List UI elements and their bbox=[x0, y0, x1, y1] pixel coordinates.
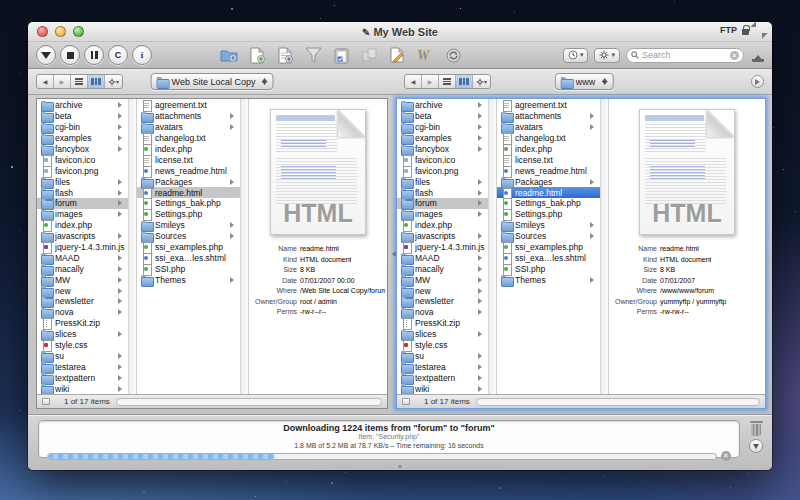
folder-row[interactable]: nova bbox=[37, 307, 128, 318]
folder-row[interactable]: cgi-bin bbox=[397, 122, 488, 133]
folder-row[interactable]: attachments bbox=[497, 111, 600, 122]
folder-row[interactable]: attachments bbox=[137, 111, 240, 122]
list-view-button[interactable] bbox=[439, 75, 456, 88]
file-row[interactable]: news_readme.html bbox=[497, 165, 600, 176]
connect-play-button[interactable] bbox=[751, 75, 764, 88]
file-row[interactable]: style.css bbox=[37, 340, 128, 351]
folder-row[interactable]: macally bbox=[397, 263, 488, 274]
file-row[interactable]: SSI.php bbox=[137, 263, 240, 274]
file-row[interactable]: favicon.ico bbox=[37, 154, 128, 165]
file-row[interactable]: readme.html bbox=[497, 187, 600, 198]
folder-row[interactable]: wiki bbox=[397, 383, 488, 394]
file-row[interactable]: jquery-1.4.3.min.js bbox=[397, 242, 488, 253]
folder-row[interactable]: forum bbox=[397, 198, 488, 209]
scrollbar[interactable] bbox=[488, 99, 496, 394]
local-path-popup[interactable]: Web Site Local Copy bbox=[151, 73, 274, 90]
remote-path-popup[interactable]: www bbox=[555, 73, 614, 90]
info-button[interactable]: i bbox=[132, 45, 152, 65]
sync-button[interactable] bbox=[444, 46, 462, 64]
folder-row[interactable]: su bbox=[397, 350, 488, 361]
folder-row[interactable]: beta bbox=[37, 111, 128, 122]
folder-row[interactable]: MW bbox=[37, 274, 128, 285]
folder-row[interactable]: forum bbox=[37, 198, 128, 209]
file-row[interactable]: style.css bbox=[397, 340, 488, 351]
file-row[interactable]: SSI.php bbox=[497, 263, 600, 274]
trash-icon[interactable] bbox=[750, 421, 763, 436]
folder-row[interactable]: textpattern bbox=[37, 372, 128, 383]
folder-row[interactable]: slices bbox=[397, 329, 488, 340]
folder-row[interactable]: flash bbox=[37, 187, 128, 198]
column-view-button[interactable] bbox=[456, 75, 473, 88]
refresh-button[interactable]: C bbox=[108, 45, 128, 65]
folder-row[interactable]: files bbox=[37, 176, 128, 187]
folder-row[interactable]: fancybox bbox=[397, 144, 488, 155]
file-row[interactable]: news_readme.html bbox=[137, 165, 240, 176]
folder-row[interactable]: MAAD bbox=[397, 252, 488, 263]
file-row[interactable]: changelog.txt bbox=[137, 133, 240, 144]
file-row[interactable]: favicon.png bbox=[397, 165, 488, 176]
transfer-direction-button[interactable] bbox=[749, 439, 763, 453]
transfer-go-button[interactable] bbox=[36, 45, 56, 65]
actions-gear-button[interactable]: ▾ bbox=[594, 48, 620, 63]
clear-search-icon[interactable]: ✕ bbox=[730, 51, 739, 60]
title-bar[interactable]: ✎My Web Site FTP bbox=[28, 22, 772, 42]
folder-row[interactable]: Packages bbox=[137, 176, 240, 187]
file-row[interactable]: PressKit.zip bbox=[397, 318, 488, 329]
file-row[interactable]: changelog.txt bbox=[497, 133, 600, 144]
folder-row[interactable]: newsletter bbox=[37, 296, 128, 307]
folder-row[interactable]: new bbox=[37, 285, 128, 296]
filter-funnel-icon[interactable] bbox=[304, 46, 322, 64]
scrollbar[interactable] bbox=[600, 99, 608, 394]
file-row[interactable]: license.txt bbox=[137, 154, 240, 165]
file-row[interactable]: readme.html bbox=[137, 187, 240, 198]
file-row[interactable]: index.php bbox=[497, 144, 600, 155]
duplicate-file-button[interactable] bbox=[276, 46, 294, 64]
folder-row[interactable]: new bbox=[397, 285, 488, 296]
search-field[interactable]: ✕ bbox=[626, 48, 744, 63]
file-row[interactable]: ssi_exa…les.shtml bbox=[137, 252, 240, 263]
tasks-clipboard-button[interactable] bbox=[332, 46, 350, 64]
folder-row[interactable]: Smileys bbox=[137, 220, 240, 231]
forward-button[interactable]: ▶ bbox=[422, 75, 439, 88]
file-row[interactable]: Settings.php bbox=[137, 209, 240, 220]
action-gear-button[interactable]: ▾ bbox=[473, 75, 490, 88]
file-row[interactable]: Settings.php bbox=[497, 209, 600, 220]
folder-row[interactable]: su bbox=[37, 350, 128, 361]
folder-row[interactable]: Packages bbox=[497, 176, 600, 187]
mirror-button[interactable] bbox=[360, 46, 378, 64]
file-row[interactable]: favicon.png bbox=[37, 165, 128, 176]
new-folder-button[interactable] bbox=[220, 46, 238, 64]
folder-row[interactable]: archive bbox=[397, 100, 488, 111]
file-row[interactable]: license.txt bbox=[497, 154, 600, 165]
new-file-button[interactable] bbox=[248, 46, 266, 64]
pause-button[interactable] bbox=[84, 45, 104, 65]
horizontal-scrollbar[interactable] bbox=[116, 398, 382, 406]
stop-button[interactable] bbox=[60, 45, 80, 65]
file-row[interactable]: index.php bbox=[397, 220, 488, 231]
folder-row[interactable]: javascripts bbox=[397, 231, 488, 242]
folder-row[interactable]: textpattern bbox=[397, 372, 488, 383]
scrollbar[interactable] bbox=[128, 99, 136, 394]
folder-row[interactable]: archive bbox=[37, 100, 128, 111]
file-row[interactable]: jquery-1.4.3.min.js bbox=[37, 242, 128, 253]
folder-row[interactable]: javascripts bbox=[37, 231, 128, 242]
folder-row[interactable]: examples bbox=[37, 133, 128, 144]
history-clock-button[interactable]: ▾ bbox=[563, 48, 589, 63]
folder-row[interactable]: beta bbox=[397, 111, 488, 122]
file-row[interactable]: ssi_examples.php bbox=[137, 242, 240, 253]
forward-button[interactable]: ▶ bbox=[54, 75, 71, 88]
tray-resize-handle[interactable] bbox=[398, 465, 402, 468]
file-row[interactable]: ssi_examples.php bbox=[497, 242, 600, 253]
folder-row[interactable]: examples bbox=[397, 133, 488, 144]
folder-row[interactable]: nova bbox=[397, 307, 488, 318]
status-widget-icon[interactable] bbox=[402, 398, 410, 405]
pane-splitter[interactable] bbox=[388, 98, 396, 409]
folder-row[interactable]: Sources bbox=[137, 231, 240, 242]
folder-row[interactable]: newsletter bbox=[397, 296, 488, 307]
folder-row[interactable]: slices bbox=[37, 329, 128, 340]
edit-document-button[interactable] bbox=[388, 46, 406, 64]
status-widget-icon[interactable] bbox=[42, 398, 50, 405]
folder-row[interactable]: Themes bbox=[137, 274, 240, 285]
folder-row[interactable]: MAAD bbox=[37, 252, 128, 263]
file-row[interactable]: index.php bbox=[37, 220, 128, 231]
